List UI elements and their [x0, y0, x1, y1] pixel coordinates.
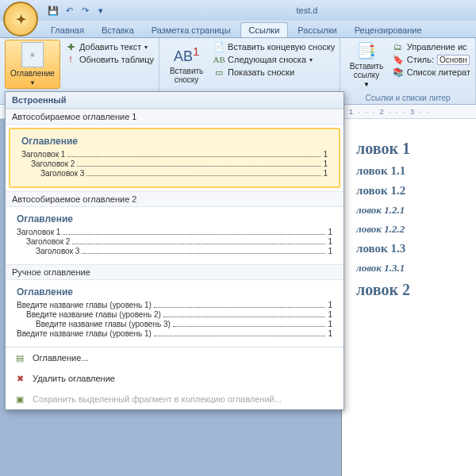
update-table-button[interactable]: !Обновить таблицу: [65, 54, 154, 65]
quick-access-toolbar: 💾 ↶ ↷ ▾: [48, 5, 106, 16]
plus-icon: ✚: [65, 41, 76, 52]
chevron-down-icon: ▼: [29, 79, 36, 86]
insert-citation-label: Вставить ссылку: [345, 62, 387, 79]
show-icon: ▭: [213, 67, 225, 78]
toc-icon: ≡: [21, 42, 44, 67]
remove-toc-menu[interactable]: ✖Удалить оглавление: [6, 368, 344, 389]
toc-line: Заголовок 21: [17, 237, 332, 246]
style-combo[interactable]: 🔖Стиль: Основн: [393, 54, 470, 65]
save-selection-icon: ▣: [13, 393, 26, 405]
gallery-item-manual[interactable]: Оглавление Введите название главы (урове…: [6, 280, 344, 347]
tab-5[interactable]: Рецензирование: [347, 23, 430, 37]
insert-endnote-button[interactable]: 📄Вставить концевую сноску: [213, 41, 335, 52]
style-icon: 🔖: [393, 54, 404, 65]
toc-preview-title: Оглавление: [17, 286, 332, 298]
gallery-header: Встроенный: [6, 92, 344, 109]
window-title: test.d: [106, 6, 476, 15]
toc-line: Введите название главы (уровень 1)1: [17, 301, 332, 309]
toc-line: Введите название главы (уровень 3)1: [17, 320, 332, 328]
doc-heading: ловок 1.2.1: [356, 204, 468, 217]
doc-heading: ловок 2: [356, 281, 468, 299]
refresh-icon: !: [65, 54, 76, 65]
tab-0[interactable]: Главная: [43, 23, 92, 37]
qat-dropdown-icon[interactable]: ▾: [95, 5, 106, 16]
tab-4[interactable]: Рассылки: [290, 23, 344, 37]
document-page[interactable]: ловок 1ловок 1.1ловок 1.2ловок 1.2.1лово…: [341, 119, 476, 476]
manage-sources-button[interactable]: 🗂Управление ис: [393, 41, 470, 52]
toc-button[interactable]: ≡ Оглавление ▼: [5, 40, 60, 89]
doc-heading: ловок 1.3.1: [356, 262, 468, 274]
insert-toc-menu[interactable]: ▤Оглавление...: [6, 347, 344, 368]
manage-icon: 🗂: [393, 41, 404, 52]
doc-heading: ловок 1: [356, 140, 468, 158]
insert-citation-button[interactable]: 📑 Вставить ссылку ▼: [345, 40, 387, 89]
save-icon[interactable]: 💾: [48, 5, 59, 16]
undo-icon[interactable]: ↶: [63, 5, 75, 16]
save-selection-menu: ▣Сохранить выделенный фрагмент в коллекц…: [6, 389, 344, 409]
title-bar: ✦ 💾 ↶ ↷ ▾ test.d: [0, 0, 476, 21]
gallery-item-auto2[interactable]: Оглавление Заголовок 11Заголовок 21Загол…: [6, 207, 344, 264]
citation-icon: 📑: [356, 41, 376, 60]
toc-gallery-dropdown: Встроенный Автособираемое оглавление 1 О…: [5, 91, 344, 410]
tab-2[interactable]: Разметка страницы: [144, 23, 239, 37]
group-citations: 📑 Вставить ссылку ▼ 🗂Управление ис 🔖Стил…: [340, 38, 476, 104]
biblio-icon: 📚: [393, 67, 404, 78]
endnote-icon: 📄: [213, 41, 225, 52]
toc-line: Заголовок 11: [21, 150, 328, 159]
ab-icon: AB1: [174, 44, 199, 65]
insert-footnote-label: Вставить сноску: [164, 67, 209, 84]
next-footnote-icon: AB: [213, 54, 225, 65]
gallery-footer: ▤Оглавление... ✖Удалить оглавление ▣Сохр…: [6, 347, 344, 409]
ribbon-tabs: ГлавнаяВставкаРазметка страницыСсылкиРас…: [0, 21, 476, 38]
gallery-item-title[interactable]: Ручное оглавление: [6, 264, 344, 280]
gallery-item-auto1[interactable]: Оглавление Заголовок 11Заголовок 21Загол…: [9, 128, 340, 188]
insert-footnote-button[interactable]: AB1 Вставить сноску: [164, 40, 209, 89]
next-footnote-button[interactable]: ABСледующая сноска ▾: [213, 54, 335, 65]
toc-line: Введите название главы (уровень 1)1: [17, 329, 332, 338]
toc-line: Заголовок 31: [17, 247, 332, 255]
tab-1[interactable]: Вставка: [94, 23, 142, 37]
office-button[interactable]: ✦: [3, 2, 38, 36]
toc-line: Заголовок 21: [21, 159, 328, 168]
doc-heading: ловок 1.3: [356, 242, 468, 255]
toc-small-icon: ▤: [13, 351, 26, 364]
tab-3[interactable]: Ссылки: [240, 22, 289, 37]
gallery-item-title[interactable]: Автособираемое оглавление 1: [6, 109, 344, 125]
toc-button-label: Оглавление: [10, 69, 55, 78]
gallery-item-title[interactable]: Автособираемое оглавление 2: [6, 191, 344, 207]
toc-line: Заголовок 31: [21, 169, 328, 178]
doc-heading: ловок 1.1: [356, 164, 468, 178]
group-label: Ссылки и списки литер: [345, 92, 470, 104]
toc-line: Заголовок 11: [17, 228, 332, 236]
add-text-button[interactable]: ✚Добавить текст ▾: [65, 41, 154, 52]
bibliography-button[interactable]: 📚Список литерат: [393, 67, 470, 78]
doc-heading: ловок 1.2.2: [356, 223, 468, 236]
remove-icon: ✖: [13, 372, 26, 385]
toc-preview-title: Оглавление: [21, 136, 328, 147]
toc-line: Введите название главы (уровень 2)1: [17, 310, 332, 319]
show-footnotes-button[interactable]: ▭Показать сноски: [213, 67, 335, 78]
doc-heading: ловок 1.2: [356, 184, 468, 198]
toc-preview-title: Оглавление: [17, 213, 332, 225]
redo-icon[interactable]: ↷: [79, 5, 90, 16]
